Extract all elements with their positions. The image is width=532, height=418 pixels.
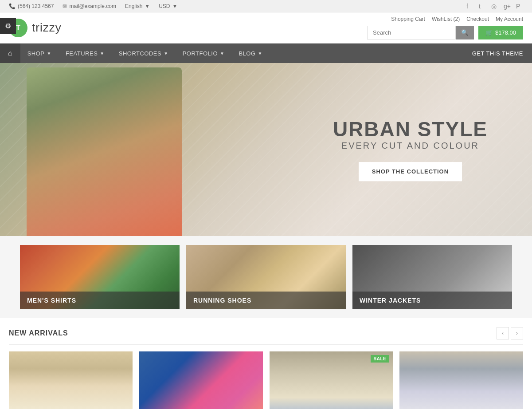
new-arrivals-section: NEW ARRIVALS ‹ › SALE <box>0 318 532 418</box>
nav-shop[interactable]: SHOP ▼ <box>20 43 59 63</box>
hero-banner: URBAN STYLE EVERY CUT AND COLOUR SHOP TH… <box>0 63 532 236</box>
phone-icon: 📞 <box>9 3 16 9</box>
category-shirts-label: MEN'S SHIRTS <box>20 292 180 309</box>
search-button[interactable]: 🔍 <box>456 26 474 39</box>
search-input[interactable] <box>367 26 456 39</box>
nav-blog[interactable]: BLOG ▼ <box>231 43 270 63</box>
category-card-jackets[interactable]: WINTER JACKETS <box>352 245 512 309</box>
language-label: English <box>125 3 142 9</box>
checkout-link[interactable]: Checkout <box>466 16 489 22</box>
facebook-icon[interactable]: f <box>466 3 473 10</box>
dribbble-icon[interactable]: ◎ <box>491 3 498 10</box>
sale-badge: SALE <box>371 355 390 363</box>
logo-letter: T <box>16 24 20 32</box>
my-account-link[interactable]: My Account <box>496 16 523 22</box>
nav-blog-label: BLOG <box>239 50 255 57</box>
carousel-prev-button[interactable]: ‹ <box>497 327 509 339</box>
hero-cta-button[interactable]: SHOP THE COLLECTION <box>359 162 462 181</box>
home-icon: ⌂ <box>8 49 12 57</box>
top-bar-left: 📞 (564) 123 4567 ✉ mail@example.com Engl… <box>9 3 177 9</box>
product-card-1[interactable] <box>9 351 133 409</box>
nav-portfolio-label: PORTFOLIO <box>183 50 218 57</box>
hero-figure <box>27 67 182 236</box>
social-icons: f t ◎ g+ P <box>466 3 523 10</box>
blog-dropdown-arrow: ▼ <box>258 51 262 56</box>
currency-selector[interactable]: USD ▼ <box>159 3 177 9</box>
product-image-2 <box>139 351 263 409</box>
category-card-shirts[interactable]: MEN'S SHIRTS <box>20 245 180 309</box>
category-section: MEN'S SHIRTS RUNNING SHOES WINTER JACKET… <box>0 236 532 318</box>
nav-bar: ⌂ SHOP ▼ FEATURES ▼ SHORTCODES ▼ PORTFOL… <box>0 43 532 63</box>
settings-gear-button[interactable]: ⚙ <box>0 18 16 34</box>
category-shoes-label: RUNNING SHOES <box>186 292 346 309</box>
nav-portfolio[interactable]: PORTFOLIO ▼ <box>176 43 232 63</box>
hero-title: URBAN STYLE <box>333 118 488 141</box>
email-info: ✉ mail@example.com <box>63 3 116 9</box>
email-address: mail@example.com <box>69 3 116 9</box>
top-bar: 📞 (564) 123 4567 ✉ mail@example.com Engl… <box>0 0 532 12</box>
email-icon: ✉ <box>63 3 67 9</box>
search-box: 🔍 <box>367 26 474 39</box>
hero-subtitle: EVERY CUT AND COLOUR <box>333 141 488 151</box>
shortcodes-dropdown-arrow: ▼ <box>164 51 168 56</box>
currency-label: USD <box>159 3 170 9</box>
cart-icon: 🛒 <box>485 29 493 36</box>
header: T trizzy Shopping Cart WishList (2) Chec… <box>0 12 532 43</box>
wishlist-link[interactable]: WishList (2) <box>432 16 460 22</box>
product-image-4 <box>399 351 523 409</box>
phone-number: (564) 123 4567 <box>18 3 54 9</box>
products-grid: SALE <box>9 351 523 409</box>
product-card-2[interactable] <box>139 351 263 409</box>
language-arrow: ▼ <box>145 3 150 9</box>
language-selector[interactable]: English ▼ <box>125 3 150 9</box>
carousel-nav-arrows: ‹ › <box>497 327 523 339</box>
gear-icon: ⚙ <box>5 22 11 30</box>
product-image-1 <box>9 351 133 409</box>
features-dropdown-arrow: ▼ <box>100 51 104 56</box>
shopping-cart-link[interactable]: Shopping Cart <box>391 16 425 22</box>
currency-arrow: ▼ <box>172 3 178 9</box>
nav-shop-label: SHOP <box>27 50 45 57</box>
googleplus-icon[interactable]: g+ <box>504 3 511 10</box>
nav-get-theme[interactable]: GET THIS THEME <box>463 43 532 63</box>
twitter-icon[interactable]: t <box>479 3 486 10</box>
shop-dropdown-arrow: ▼ <box>47 51 51 56</box>
hero-text-area: URBAN STYLE EVERY CUT AND COLOUR SHOP TH… <box>333 118 488 181</box>
header-right: Shopping Cart WishList (2) Checkout My A… <box>367 16 523 39</box>
nav-features[interactable]: FEATURES ▼ <box>59 43 112 63</box>
pinterest-icon[interactable]: P <box>516 3 523 10</box>
nav-home-button[interactable]: ⌂ <box>0 43 20 63</box>
logo-text: trizzy <box>32 21 62 35</box>
nav-features-label: FEATURES <box>66 50 98 57</box>
category-jackets-label: WINTER JACKETS <box>352 292 512 309</box>
portfolio-dropdown-arrow: ▼ <box>220 51 224 56</box>
nav-shortcodes-label: SHORTCODES <box>119 50 162 57</box>
logo-area[interactable]: T trizzy <box>9 19 62 37</box>
product-card-4[interactable] <box>399 351 523 409</box>
nav-get-theme-label: GET THIS THEME <box>472 50 523 57</box>
nav-shortcodes[interactable]: SHORTCODES ▼ <box>112 43 176 63</box>
section-title: NEW ARRIVALS <box>9 329 68 337</box>
product-card-3[interactable]: SALE <box>270 351 393 409</box>
carousel-next-button[interactable]: › <box>511 327 523 339</box>
section-header: NEW ARRIVALS ‹ › <box>9 327 523 345</box>
cart-amount: $178.00 <box>495 29 516 36</box>
category-card-shoes[interactable]: RUNNING SHOES <box>186 245 346 309</box>
header-search-cart: 🔍 🛒 $178.00 <box>367 26 523 39</box>
phone-info: 📞 (564) 123 4567 <box>9 3 54 9</box>
header-top-links: Shopping Cart WishList (2) Checkout My A… <box>391 16 523 22</box>
cart-button[interactable]: 🛒 $178.00 <box>478 26 523 39</box>
